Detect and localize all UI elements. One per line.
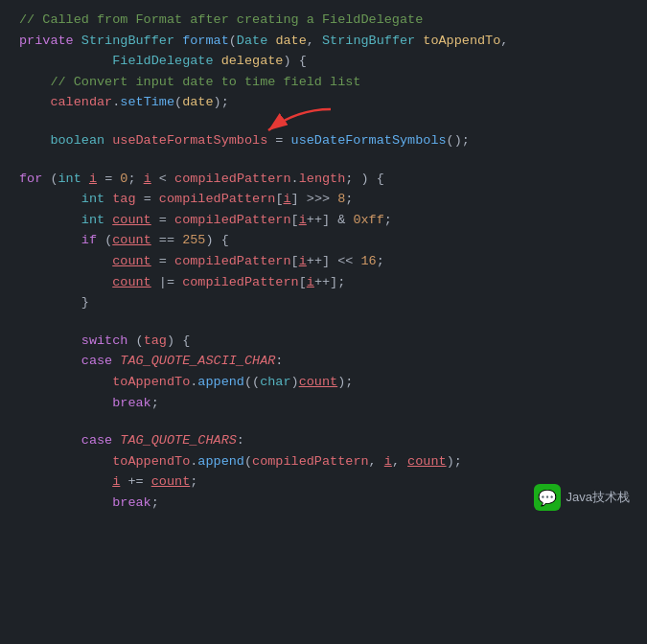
token: [ [275,189,283,210]
token: ; [190,472,197,493]
token: . [112,92,120,113]
token: char [260,372,290,393]
token: , [369,451,384,472]
code-line: int count = compiledPattern[i++] & 0xff; [0,210,647,231]
token: i [89,169,97,190]
watermark: 💬 Java技术栈 [534,484,630,511]
token: ; [377,251,384,272]
token: StringBuffer [322,31,423,52]
token: 0 [120,169,127,190]
token: ( [104,230,112,251]
token: count [407,451,447,472]
token: < [151,169,174,190]
token: , [392,451,407,472]
code-line: break; [0,393,647,414]
token [19,51,112,72]
token: = [267,130,290,151]
token: i [299,210,307,231]
token: ++] << [307,251,361,272]
token: for [19,169,50,190]
token: ; ) { [345,169,384,190]
token: count [112,210,151,231]
token: int [81,210,112,231]
token: ) [291,372,299,393]
token: compiledPattern [174,251,291,272]
token: date [275,31,306,52]
token: date [182,92,213,113]
token: ); [447,451,462,472]
token: |= [151,272,182,293]
token: TAG_QUOTE_CHARS [120,430,237,451]
code-line: calendar.setTime(date); [0,92,647,113]
token: ; [151,393,159,414]
token: calendar [50,92,112,113]
token: 8 [337,189,345,210]
token: ( [50,169,58,190]
code-line: for (int i = 0; i < compiledPattern.leng… [0,169,647,190]
wechat-icon: 💬 [534,484,561,511]
token: compiledPattern [159,189,276,210]
token: (( [244,372,260,393]
token: ) { [205,230,228,251]
token: . [190,372,197,393]
token: i [144,169,151,190]
token: 255 [182,230,205,251]
token: break [112,393,151,414]
token: ); [337,372,353,393]
code-line [0,313,647,331]
token: switch [81,331,136,352]
token: append [197,372,244,393]
token: = [151,251,174,272]
token: Date [237,31,276,52]
token: count [299,372,338,393]
token: StringBuffer [81,31,182,52]
token: delegate [221,51,284,72]
code-line [0,413,647,430]
token: count [112,251,151,272]
code-line: count = compiledPattern[i++] << 16; [0,251,647,272]
token: (); [447,130,470,151]
token: : [275,351,283,372]
token: ( [174,92,182,113]
token: [ [291,251,299,272]
token: ); [214,92,229,113]
code-line [0,151,647,169]
token: case [81,430,121,451]
token: i [299,251,307,272]
token: if [81,230,104,251]
token: compiledPattern [182,272,299,293]
token: private [19,31,81,52]
code-line [0,113,647,130]
token: case [81,351,121,372]
token: = [151,210,174,231]
token: ; [384,210,392,231]
code-line: int tag = compiledPattern[i] >>> 8; [0,189,647,210]
code-line: switch (tag) { [0,331,647,352]
token: , [307,31,322,52]
code-line: toAppendTo.append((char)count); [0,372,647,393]
token: compiledPattern [174,169,291,190]
token: // Convert input date to time field list [50,72,360,93]
code-line: boolean useDateFormatSymbols = useDateFo… [0,130,647,151]
token: ++] & [307,210,354,231]
token: FieldDelegate [112,51,220,72]
token: append [197,451,244,472]
token: // Called from Format after creating a F… [19,10,423,31]
token: ) { [167,331,190,352]
token: i [112,472,120,493]
token: [ [299,272,307,293]
token: = [136,189,159,210]
token: useDateFormatSymbols [291,130,447,151]
token: format [182,31,229,52]
token: } [81,292,89,313]
token: ; [127,169,143,190]
code-line: toAppendTo.append(compiledPattern, i, co… [0,451,647,472]
token: ( [136,331,144,352]
code-line: private StringBuffer format(Date date, S… [0,31,647,52]
code-line: case TAG_QUOTE_CHARS: [0,430,647,451]
token: , [500,31,508,52]
token: count [112,272,151,293]
token: 16 [361,251,377,272]
code-line: } [0,292,647,313]
token: == [151,230,182,251]
